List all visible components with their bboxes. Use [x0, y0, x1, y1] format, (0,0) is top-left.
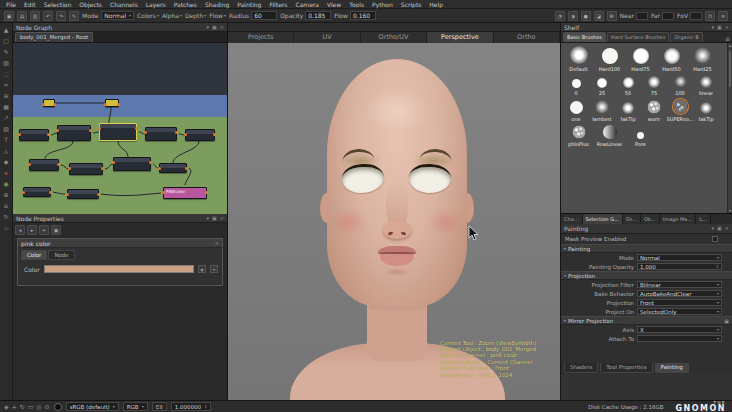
- palette-tab-sh[interactable]: Sh...: [623, 214, 641, 224]
- shelf-tab-hard-surface-brushes[interactable]: Hard Surface Brushes: [607, 32, 669, 42]
- group-header-mirror-projection[interactable]: ▾Mirror Projection▣: [561, 316, 732, 325]
- float-icon[interactable]: ▣: [717, 23, 722, 32]
- paint-mode-icon[interactable]: ✎: [69, 11, 79, 21]
- shadow-toggle-icon[interactable]: ◪: [594, 11, 604, 21]
- brush-default[interactable]: Default: [563, 46, 594, 72]
- depth-toggle[interactable]: Depth▾: [185, 12, 206, 19]
- lights-toggle[interactable]: ◇: [1, 223, 12, 232]
- menu-filters[interactable]: Filters: [265, 0, 291, 9]
- scroll-up-icon[interactable]: ▴: [728, 43, 732, 48]
- brush-hard75[interactable]: Hard75: [625, 46, 656, 72]
- current-paint-color-swatch[interactable]: [54, 403, 62, 411]
- radius-input[interactable]: 60: [251, 11, 277, 20]
- brush-50[interactable]: 50: [615, 75, 641, 96]
- graph-node[interactable]: [105, 99, 119, 107]
- view-tab-ortho-uv[interactable]: Ortho/UV: [361, 32, 427, 43]
- clone-stamp-tool[interactable]: ⊞: [1, 91, 12, 100]
- text-tool[interactable]: T: [1, 135, 12, 144]
- lock-icon[interactable]: ▣: [51, 225, 61, 235]
- collapse-icon[interactable]: ▾: [712, 224, 715, 233]
- menu-help[interactable]: Help: [425, 0, 447, 9]
- menu-painting[interactable]: Painting: [233, 0, 265, 9]
- paint-through-tool[interactable]: ▦: [1, 102, 12, 111]
- group-header-painting[interactable]: ▾Painting: [561, 244, 732, 253]
- float-icon[interactable]: ▣: [717, 224, 722, 233]
- color-picker-icon[interactable]: ◉: [198, 265, 206, 273]
- new-project-icon[interactable]: ▣: [4, 11, 14, 21]
- scroll-thumb[interactable]: [729, 51, 731, 87]
- collapse-icon[interactable]: ▾: [207, 23, 210, 32]
- wireframe-toggle-icon[interactable]: ⊞: [607, 11, 617, 21]
- node-graph-canvas[interactable]: PINKcolor: [13, 43, 227, 214]
- colorspace-dropdown[interactable]: sRGB (default) ▾: [66, 402, 119, 411]
- collapse-icon[interactable]: ▾: [207, 214, 210, 223]
- brush-hard100[interactable]: Hard100: [594, 46, 625, 72]
- color-swatch[interactable]: [44, 265, 194, 273]
- menu-layers[interactable]: Layers: [142, 0, 170, 9]
- brush-faktip[interactable]: fakTip: [615, 99, 641, 122]
- brush-linear[interactable]: linear: [693, 75, 719, 96]
- graph-node[interactable]: [57, 125, 91, 141]
- flow-toggle[interactable]: Flow▾: [209, 12, 226, 19]
- painting-opacity-spin[interactable]: 1.000↕: [637, 263, 722, 270]
- slerp-tool[interactable]: ◆: [1, 157, 12, 166]
- brush-phloplus[interactable]: phloPlus: [563, 125, 594, 147]
- shelf-menu-icon[interactable]: ≡: [725, 35, 730, 42]
- toolbar-menu-icon[interactable]: ≡: [718, 11, 728, 21]
- warp-tool[interactable]: ◬: [1, 146, 12, 155]
- brush-lambert[interactable]: lambert: [589, 99, 615, 122]
- smear-tool[interactable]: ≈: [1, 80, 12, 89]
- forward-icon[interactable]: ▸: [27, 225, 37, 235]
- exposure-chip[interactable]: E8: [152, 402, 167, 411]
- frame-all-icon[interactable]: ◈: [4, 401, 9, 412]
- eraser-tool[interactable]: ▨: [1, 58, 12, 67]
- opacity-input[interactable]: 0.185: [305, 11, 331, 20]
- graph-node[interactable]: [29, 159, 59, 171]
- graph-node[interactable]: [23, 187, 51, 197]
- far-input[interactable]: [662, 12, 674, 20]
- projection-dropdown[interactable]: Front▾: [637, 299, 722, 306]
- brush-pore[interactable]: Pore: [625, 125, 656, 147]
- view-tab-ortho[interactable]: Ortho: [494, 32, 560, 43]
- back-icon[interactable]: ◂: [15, 225, 25, 235]
- vector-paint-tool[interactable]: ↗: [1, 113, 12, 122]
- menu-patches[interactable]: Patches: [170, 0, 201, 9]
- blur-tool[interactable]: ◌: [1, 69, 12, 78]
- flow-input[interactable]: 0.160: [350, 11, 376, 20]
- brush-superso[interactable]: SUPERso...: [667, 99, 693, 122]
- shelf-tab-organic-b[interactable]: Organic B: [670, 32, 702, 42]
- project-on-dropdown[interactable]: SelectedOnly▾: [637, 308, 722, 315]
- close-icon[interactable]: ×: [220, 214, 224, 223]
- pin-icon[interactable]: +: [39, 225, 49, 235]
- graph-node[interactable]: [67, 189, 99, 199]
- graph-node[interactable]: [99, 123, 137, 141]
- view-tab-uv[interactable]: UV: [294, 32, 360, 43]
- panel-tab-painting[interactable]: Painting: [655, 363, 689, 373]
- menu-channels[interactable]: Channels: [106, 0, 142, 9]
- palette-tab-ob[interactable]: Ob...: [641, 214, 660, 224]
- brush-100[interactable]: 100: [667, 75, 693, 96]
- close-icon[interactable]: ×: [215, 239, 219, 248]
- brush-rowlinear[interactable]: RowLinear: [594, 125, 625, 147]
- axis-dropdown[interactable]: X▾: [637, 326, 722, 333]
- mask-preview-checkbox[interactable]: [712, 236, 718, 242]
- graph-node[interactable]: [145, 127, 177, 141]
- alpha-toggle[interactable]: Alpha▾: [162, 12, 182, 19]
- palette-tab-cha[interactable]: Cha...: [561, 214, 583, 224]
- menu-view[interactable]: View: [323, 0, 345, 9]
- select-tool[interactable]: ▲: [1, 25, 12, 34]
- panel-tab-tool-properties[interactable]: Tool Properties: [600, 363, 652, 373]
- brush-hard25[interactable]: Hard25: [687, 46, 718, 72]
- group-header-projection[interactable]: ▾Projection: [561, 271, 732, 280]
- open-project-icon[interactable]: ▤: [17, 11, 27, 21]
- marquee-select-tool[interactable]: ▢: [1, 36, 12, 45]
- mode-dropdown[interactable]: Normal▾: [637, 254, 722, 261]
- graph-node[interactable]: [185, 129, 215, 141]
- graph-node[interactable]: [69, 163, 103, 175]
- attach-to-dropdown[interactable]: ▾: [637, 335, 722, 342]
- paint-tool[interactable]: ✎: [1, 47, 12, 56]
- gradient-tool[interactable]: ▧: [1, 124, 12, 133]
- bake-behavior-dropdown[interactable]: AutoBakeAndClear▾: [637, 290, 722, 297]
- collapse-icon[interactable]: ▾: [712, 23, 715, 32]
- palette-tab-l[interactable]: L...: [696, 214, 711, 224]
